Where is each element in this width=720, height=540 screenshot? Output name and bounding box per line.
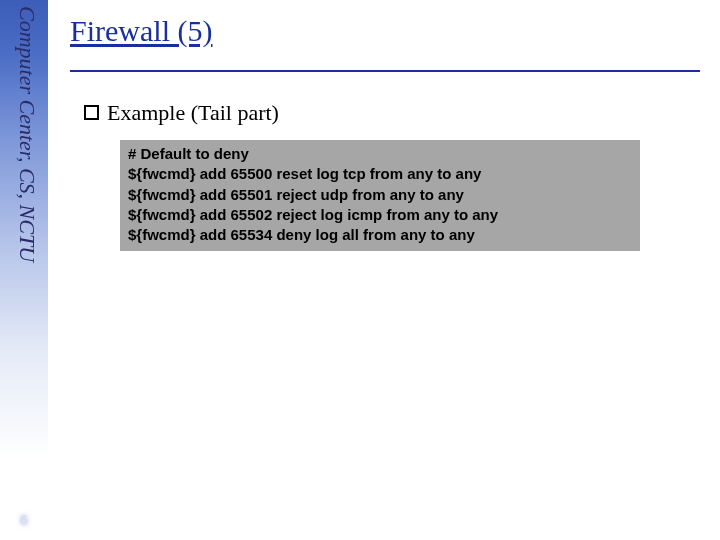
content-area: Firewall (5) Example (Tail part) # Defau… [60, 0, 710, 540]
code-line: ${fwcmd} add 65500 reset log tcp from an… [128, 165, 481, 182]
code-line: ${fwcmd} add 65501 reject udp from any t… [128, 186, 464, 203]
title-rule [70, 70, 700, 72]
sidebar: Computer Center, CS, NCTU 6 [0, 0, 48, 540]
code-line: # Default to deny [128, 145, 249, 162]
sidebar-label: Computer Center, CS, NCTU [14, 6, 40, 540]
slide-title: Firewall (5) [60, 0, 710, 56]
bullet-label: Example (Tail part) [107, 100, 279, 126]
code-line: ${fwcmd} add 65534 deny log all from any… [128, 226, 475, 243]
code-line: ${fwcmd} add 65502 reject log icmp from … [128, 206, 498, 223]
square-bullet-icon [84, 105, 99, 120]
code-block: # Default to deny ${fwcmd} add 65500 res… [120, 140, 640, 251]
slide: Computer Center, CS, NCTU 6 Firewall (5)… [0, 0, 720, 540]
bullet-item: Example (Tail part) [84, 100, 710, 126]
page-number: 6 [0, 511, 48, 528]
